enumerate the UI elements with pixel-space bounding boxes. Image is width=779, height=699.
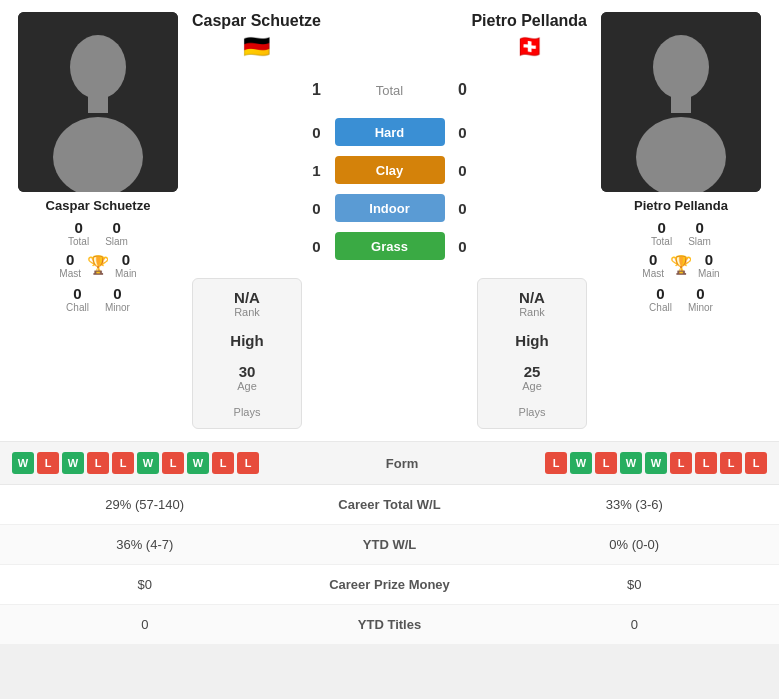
form-section: WLWLLWLWLL Form LWLWWLLLL — [0, 441, 779, 484]
total-score-right: 0 — [445, 81, 481, 99]
form-badge-l: L — [595, 452, 617, 474]
grass-score-right: 0 — [445, 238, 481, 255]
left-stats-panel: N/A Rank High 30 Age Plays — [192, 278, 302, 429]
left-player-name: Caspar Schuetze — [46, 198, 151, 213]
left-ytd: 36% (4-7) — [0, 537, 290, 552]
left-stat-mast: 0 Mast — [59, 251, 81, 279]
total-score-row: 1 Total 0 — [299, 72, 481, 108]
center-section: Caspar Schuetze 🇩🇪 Pietro Pellanda 🇨🇭 1 … — [192, 12, 587, 429]
total-score-left: 1 — [299, 81, 335, 99]
ytd-row: 36% (4-7) YTD W/L 0% (0-0) — [0, 525, 779, 565]
prize-label: Career Prize Money — [290, 577, 490, 592]
svg-rect-7 — [671, 95, 691, 113]
left-stats-row-3: 0 Chall 0 Minor — [66, 285, 130, 313]
form-badge-l: L — [545, 452, 567, 474]
right-player-name: Pietro Pellanda — [634, 198, 728, 213]
left-stat-chall: 0 Chall — [66, 285, 89, 313]
right-flag: 🇨🇭 — [516, 34, 543, 60]
left-prize: $0 — [0, 577, 290, 592]
career-total-row: 29% (57-140) Career Total W/L 33% (3-6) — [0, 485, 779, 525]
right-titles: 0 — [490, 617, 780, 632]
form-badge-w: W — [570, 452, 592, 474]
top-section: Caspar Schuetze 0 Total 0 Slam 0 Mast 🏆 — [0, 0, 779, 441]
clay-badge: Clay — [335, 156, 445, 184]
left-form-badges: WLWLLWLWLL — [12, 452, 259, 474]
hard-score-left: 0 — [299, 124, 335, 141]
right-plays-stat: Plays — [519, 406, 546, 418]
right-high-stat: High — [515, 332, 548, 349]
left-trophy-row: 0 Mast 🏆 0 Main — [59, 251, 136, 279]
form-badge-l: L — [237, 452, 259, 474]
left-stat-minor: 0 Minor — [105, 285, 130, 313]
form-badge-l: L — [212, 452, 234, 474]
right-prize: $0 — [490, 577, 780, 592]
hard-score-row: 0 Hard 0 — [299, 114, 481, 150]
form-label: Form — [386, 456, 419, 471]
main-container: Caspar Schuetze 0 Total 0 Slam 0 Mast 🏆 — [0, 0, 779, 645]
grass-score-row: 0 Grass 0 — [299, 228, 481, 264]
right-trophy-row: 0 Mast 🏆 0 Main — [642, 251, 719, 279]
hard-badge: Hard — [335, 118, 445, 146]
indoor-score-right: 0 — [445, 200, 481, 217]
left-age-value: 30 — [239, 363, 256, 380]
svg-point-5 — [653, 35, 709, 99]
left-stats-row-1: 0 Total 0 Slam — [68, 219, 128, 247]
right-form-badges: LWLWWLLLL — [545, 452, 767, 474]
left-center-name: Caspar Schuetze — [192, 12, 321, 30]
left-stat-total: 0 Total — [68, 219, 89, 247]
right-rank-label: Rank — [519, 306, 545, 318]
grass-badge: Grass — [335, 232, 445, 260]
svg-point-1 — [70, 35, 126, 99]
clay-score-row: 1 Clay 0 — [299, 152, 481, 188]
right-rank-stat: N/A Rank — [519, 289, 545, 318]
left-rank-label: Rank — [234, 306, 260, 318]
left-rank-stat: N/A Rank — [234, 289, 260, 318]
form-badge-l: L — [162, 452, 184, 474]
form-badge-l: L — [745, 452, 767, 474]
left-age-stat: 30 Age — [237, 363, 257, 392]
right-stat-chall: 0 Chall — [649, 285, 672, 313]
right-center-name: Pietro Pellanda — [471, 12, 587, 30]
right-age-label: Age — [522, 380, 542, 392]
form-badge-l: L — [720, 452, 742, 474]
right-rank-value: N/A — [519, 289, 545, 306]
left-player-card: Caspar Schuetze 0 Total 0 Slam 0 Mast 🏆 — [8, 12, 188, 429]
left-stat-slam: 0 Slam — [105, 219, 128, 247]
left-trophy-icon: 🏆 — [87, 254, 109, 276]
form-badge-l: L — [670, 452, 692, 474]
grass-score-left: 0 — [299, 238, 335, 255]
titles-label: YTD Titles — [290, 617, 490, 632]
clay-score-right: 0 — [445, 162, 481, 179]
clay-label: Clay — [376, 163, 403, 178]
ytd-label: YTD W/L — [290, 537, 490, 552]
right-ytd: 0% (0-0) — [490, 537, 780, 552]
indoor-score-row: 0 Indoor 0 — [299, 190, 481, 226]
left-rank-value: N/A — [234, 289, 260, 306]
form-badge-w: W — [137, 452, 159, 474]
clay-score-left: 1 — [299, 162, 335, 179]
right-stats-row-3: 0 Chall 0 Minor — [649, 285, 713, 313]
stats-table: 29% (57-140) Career Total W/L 33% (3-6) … — [0, 484, 779, 645]
left-flag: 🇩🇪 — [243, 34, 270, 60]
right-trophy-icon: 🏆 — [670, 254, 692, 276]
form-badge-w: W — [187, 452, 209, 474]
form-badge-l: L — [695, 452, 717, 474]
hard-label: Hard — [375, 125, 405, 140]
total-label: Total — [335, 83, 445, 98]
right-stat-total: 0 Total — [651, 219, 672, 247]
left-age-label: Age — [237, 380, 257, 392]
left-stat-main: 0 Main — [115, 251, 137, 279]
grass-label: Grass — [371, 239, 408, 254]
right-stat-mast: 0 Mast — [642, 251, 664, 279]
right-player-card: Pietro Pellanda 0 Total 0 Slam 0 Mast 🏆 — [591, 12, 771, 429]
indoor-score-left: 0 — [299, 200, 335, 217]
left-plays-stat: Plays — [234, 406, 261, 418]
left-career-total: 29% (57-140) — [0, 497, 290, 512]
form-badge-l: L — [37, 452, 59, 474]
form-badge-w: W — [62, 452, 84, 474]
indoor-label: Indoor — [369, 201, 409, 216]
right-plays-label: Plays — [519, 406, 546, 418]
right-player-avatar — [601, 12, 761, 192]
right-stat-minor: 0 Minor — [688, 285, 713, 313]
right-stats-row-1: 0 Total 0 Slam — [651, 219, 711, 247]
